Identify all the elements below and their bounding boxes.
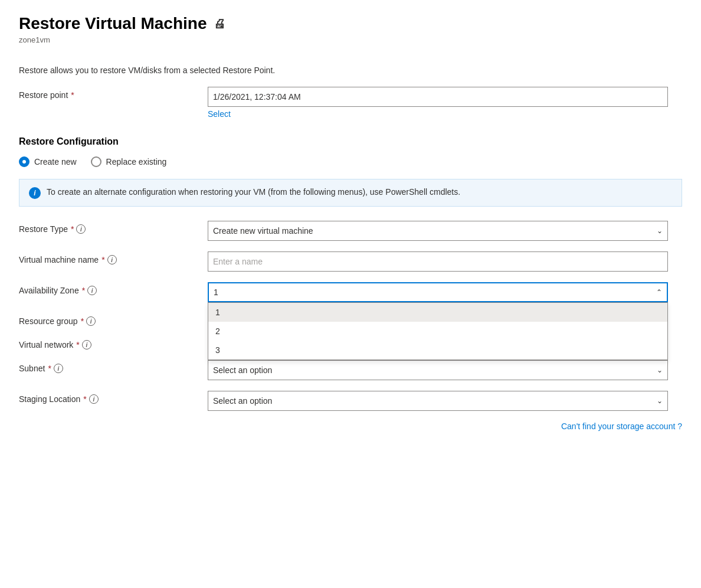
restore-configuration-heading: Restore Configuration	[19, 136, 682, 147]
page-subtitle: zone1vm	[19, 35, 682, 44]
vm-name-required: *	[101, 255, 104, 264]
vm-name-row: Virtual machine name * i	[19, 251, 682, 272]
staging-location-control: Select an option ⌄	[208, 391, 668, 411]
print-icon[interactable]: 🖨	[214, 17, 225, 31]
cant-find-storage-container: Can't find your storage account ?	[19, 422, 682, 431]
page-title: Restore Virtual Machine	[19, 14, 207, 33]
radio-create-new-circle[interactable]	[19, 156, 30, 167]
restore-type-row: Restore Type * i Create new virtual mach…	[19, 221, 682, 241]
restore-options-group: Create new Replace existing	[19, 156, 682, 167]
vm-name-input[interactable]	[208, 251, 668, 272]
staging-location-chevron-icon: ⌄	[657, 397, 663, 405]
staging-location-info-icon[interactable]: i	[89, 394, 99, 404]
restore-type-label: Restore Type * i	[19, 221, 208, 234]
subnet-info-icon[interactable]: i	[54, 364, 63, 373]
availability-zone-options: 1 2 3	[208, 302, 668, 360]
restore-point-required: *	[71, 90, 74, 100]
availability-zone-option-2[interactable]: 2	[208, 322, 667, 341]
availability-zone-row: Availability Zone * i 1 ⌃ 1 2 3	[19, 282, 682, 302]
availability-zone-option-3[interactable]: 3	[208, 341, 667, 360]
radio-replace-existing-label: Replace existing	[106, 157, 167, 166]
page-title-container: Restore Virtual Machine 🖨	[19, 14, 682, 33]
info-banner-icon: i	[29, 187, 41, 199]
subnet-control: Select an option ⌄	[208, 360, 668, 380]
restore-type-info-icon[interactable]: i	[76, 224, 86, 234]
subnet-dropdown[interactable]: Select an option ⌄	[208, 360, 668, 380]
resource-group-info-icon[interactable]: i	[86, 316, 96, 326]
info-banner-text: To create an alternate configuration whe…	[47, 187, 460, 198]
restore-point-label: Restore point *	[19, 87, 208, 100]
staging-location-required: *	[83, 394, 86, 404]
staging-location-label: Staging Location * i	[19, 391, 208, 404]
page-description: Restore allows you to restore VM/disks f…	[19, 66, 682, 75]
restore-point-control: 1/26/2021, 12:37:04 AM Select	[208, 87, 668, 119]
subnet-chevron-icon: ⌄	[657, 366, 663, 374]
staging-location-dropdown[interactable]: Select an option ⌄	[208, 391, 668, 411]
resource-group-required: *	[81, 316, 84, 326]
vm-name-info-icon[interactable]: i	[107, 255, 117, 264]
availability-zone-control: 1 ⌃ 1 2 3	[208, 282, 668, 302]
restore-point-select-link[interactable]: Select	[208, 109, 231, 119]
cant-find-storage-link[interactable]: Can't find your storage account ?	[561, 422, 682, 431]
restore-configuration-section: Restore Configuration Create new Replace…	[19, 136, 682, 207]
restore-type-dropdown[interactable]: Create new virtual machine ⌄	[208, 221, 668, 241]
vm-name-label: Virtual machine name * i	[19, 251, 208, 264]
subnet-row: Subnet * i Select an option ⌄	[19, 360, 682, 380]
restore-point-value: 1/26/2021, 12:37:04 AM	[208, 87, 668, 107]
restore-point-row: Restore point * 1/26/2021, 12:37:04 AM S…	[19, 87, 682, 119]
vm-name-control	[208, 251, 668, 272]
radio-create-new[interactable]: Create new	[19, 156, 77, 167]
subnet-label: Subnet * i	[19, 360, 208, 373]
restore-type-control: Create new virtual machine ⌄	[208, 221, 668, 241]
availability-zone-option-1[interactable]: 1	[208, 303, 667, 322]
restore-type-chevron-icon: ⌄	[657, 227, 663, 235]
availability-zone-dropdown[interactable]: 1 ⌃	[208, 282, 668, 302]
resource-group-label: Resource group * i	[19, 313, 208, 326]
availability-zone-required: *	[82, 286, 85, 295]
staging-location-placeholder: Select an option	[213, 396, 272, 406]
radio-replace-existing-circle[interactable]	[91, 156, 101, 167]
info-banner: i To create an alternate configuration w…	[19, 179, 682, 207]
radio-create-new-label: Create new	[34, 157, 77, 166]
availability-zone-value: 1	[214, 288, 218, 297]
restore-type-value: Create new virtual machine	[213, 226, 313, 236]
virtual-network-label: Virtual network * i	[19, 337, 208, 349]
virtual-network-info-icon[interactable]: i	[82, 340, 91, 349]
subnet-placeholder: Select an option	[213, 365, 272, 375]
availability-zone-info-icon[interactable]: i	[87, 286, 97, 295]
radio-replace-existing[interactable]: Replace existing	[91, 156, 167, 167]
staging-location-row: Staging Location * i Select an option ⌄	[19, 391, 682, 411]
virtual-network-required: *	[76, 340, 79, 349]
availability-zone-chevron-icon: ⌃	[656, 288, 662, 296]
restore-type-required: *	[71, 224, 74, 234]
subnet-required: *	[48, 364, 51, 373]
availability-zone-label: Availability Zone * i	[19, 282, 208, 295]
